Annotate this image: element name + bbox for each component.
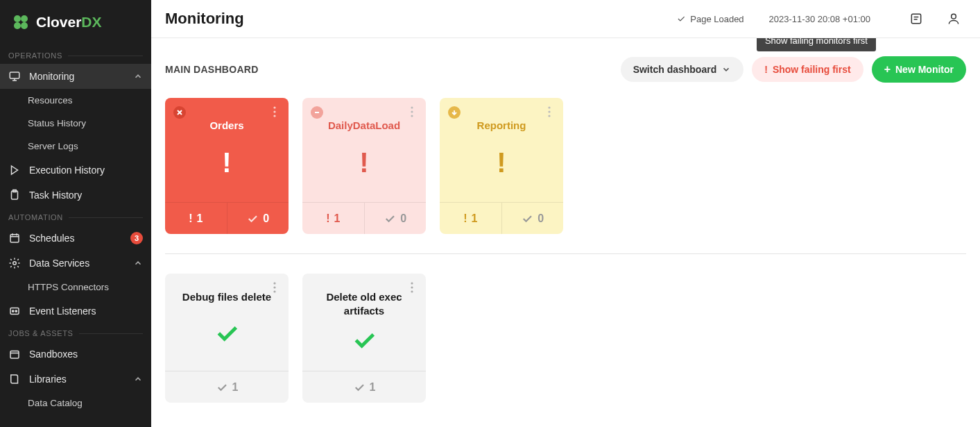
new-monitor-button[interactable]: + New Monitor [872,56,966,83]
svg-rect-13 [10,308,19,315]
play-icon [8,164,21,176]
sidebar-item-monitoring[interactable]: Monitoring [0,64,151,89]
svg-point-3 [21,22,28,29]
svg-point-36 [411,286,413,288]
minus-status-icon [311,106,323,119]
page-status: Page Loaded [676,14,743,24]
sidebar-item-task-history[interactable]: Task History [0,183,151,208]
sidebar-item-event-listeners[interactable]: Event Listeners [0,299,151,324]
cards-row-failing: Orders ! !1 0 DailyDataLoad ! !1 0 [165,98,966,234]
plus-icon: + [884,63,891,76]
down-arrow-status-icon [448,106,461,119]
calendar-icon [8,232,21,244]
svg-point-24 [273,115,275,117]
sidebar-item-status-history[interactable]: Status History [0,112,151,135]
chevron-up-icon [133,258,143,268]
monitor-card-delete-old-exec[interactable]: Delete old exec artifacts 1 [302,274,426,403]
svg-point-30 [548,110,550,112]
main-area: Monitoring Page Loaded 2023-11-30 20:08 … [151,0,980,427]
sidebar-item-https-connectors[interactable]: HTTPS Connectors [0,276,151,299]
svg-point-14 [12,310,14,312]
svg-point-0 [14,15,21,22]
check-icon [216,381,228,394]
more-icon[interactable] [405,281,419,294]
sidebar: CloverDX OPERATIONS Monitoring Resources… [0,0,151,427]
monitor-card-orders[interactable]: Orders ! !1 0 [165,98,289,234]
box-icon [8,348,21,360]
check-icon [350,317,378,362]
svg-point-33 [273,286,275,288]
exclaim-icon: ! [764,64,768,75]
clipboard-icon [8,189,21,201]
content-head: Show failing monitors first MAIN DASHBOA… [165,56,966,83]
sidebar-item-data-catalog[interactable]: Data Catalog [0,392,151,415]
exclaim-icon: ! [326,212,329,225]
sidebar-item-execution-history[interactable]: Execution History [0,158,151,183]
svg-point-12 [13,262,17,265]
content: Show failing monitors first MAIN DASHBOA… [151,38,980,427]
monitor-icon [8,70,21,83]
check-icon [521,212,533,225]
alert-icon: ! [359,133,368,194]
svg-rect-8 [10,235,19,242]
tooltip-failing: Show failing monitors first [757,38,876,51]
svg-rect-16 [10,351,19,359]
brand-logo[interactable]: CloverDX [0,0,151,46]
sidebar-item-schedules[interactable]: Schedules 3 [0,226,151,251]
svg-point-27 [411,110,413,112]
monitor-card-reporting[interactable]: Reporting ! !1 0 [440,98,563,234]
sidebar-item-libraries[interactable]: Libraries [0,367,151,392]
svg-point-15 [15,310,17,312]
alert-icon: ! [497,133,506,194]
sidebar-item-server-logs[interactable]: Server Logs [0,135,151,158]
clover-icon [11,12,31,32]
svg-point-21 [952,14,956,19]
cards-row-ok: Debug files delete 1 Delete old exec art… [165,274,966,403]
svg-point-29 [548,106,550,108]
sidebar-item-resources[interactable]: Resources [0,89,151,112]
check-icon [246,212,259,225]
section-operations: OPERATIONS [0,46,151,64]
more-icon[interactable] [268,281,282,294]
switch-dashboard-button[interactable]: Switch dashboard [621,57,744,82]
more-icon[interactable] [268,105,282,119]
event-icon [8,305,21,317]
sidebar-item-data-services[interactable]: Data Services [0,251,151,276]
user-icon[interactable] [947,12,961,26]
svg-point-22 [273,106,275,108]
check-icon [353,381,366,394]
more-icon[interactable] [405,105,419,119]
brand-text: CloverDX [36,14,102,31]
book-icon [8,373,21,385]
check-icon [384,212,396,225]
schedules-badge: 3 [130,232,143,244]
sidebar-item-sandboxes[interactable]: Sandboxes [0,342,151,367]
monitor-card-dailydataload[interactable]: DailyDataLoad ! !1 0 [302,98,426,234]
page-title: Monitoring [165,10,665,28]
row-divider [165,253,966,254]
svg-point-2 [14,22,21,29]
chevron-up-icon [133,374,143,384]
svg-point-28 [411,115,413,117]
section-jobs-assets: JOBS & ASSETS [0,324,151,342]
notes-icon[interactable] [909,12,923,26]
section-automation: AUTOMATION [0,208,151,226]
more-icon[interactable] [542,105,556,119]
svg-rect-18 [911,14,920,23]
svg-point-37 [411,290,413,292]
svg-point-26 [411,106,413,108]
exclaim-icon: ! [189,212,192,225]
exclaim-icon: ! [463,212,467,225]
dashboard-title: MAIN DASHBOARD [165,64,259,75]
check-icon [676,14,686,24]
svg-rect-4 [10,72,19,78]
show-failing-button[interactable]: ! Show failing first [752,57,863,82]
monitor-card-debug-files-delete[interactable]: Debug files delete 1 [165,274,289,403]
svg-point-23 [273,110,275,112]
alert-icon: ! [222,133,231,194]
svg-point-1 [21,15,28,22]
svg-point-32 [273,282,275,284]
x-status-icon [173,106,186,119]
header: Monitoring Page Loaded 2023-11-30 20:08 … [151,0,980,38]
gear-icon [8,257,21,269]
